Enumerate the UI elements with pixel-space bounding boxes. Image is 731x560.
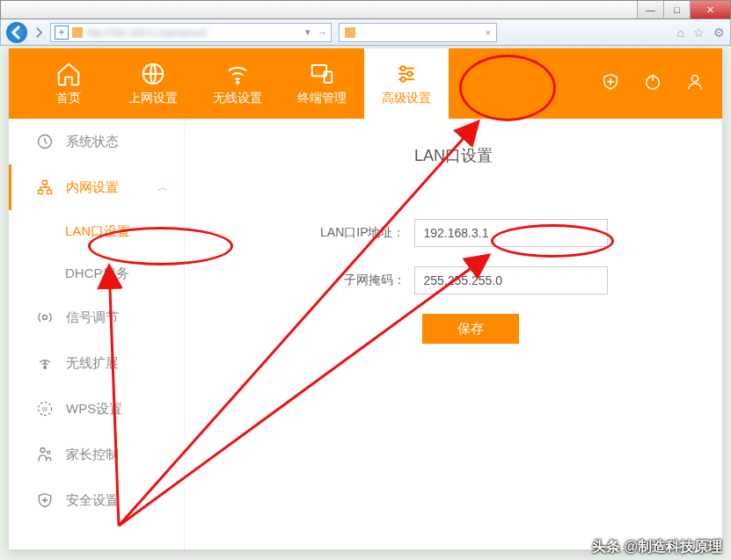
nav-wireless[interactable]: 无线设置 [195,48,280,119]
nav-wireless-label: 无线设置 [213,91,262,106]
sidebar-subitem-dhcp[interactable]: DHCP服务 [9,252,184,295]
chevron-up-icon: ︿ [157,180,168,195]
mask-label: 子网掩码： [300,273,414,288]
content-title: LAN口设置 [220,145,687,166]
nav-right-icons [601,72,705,95]
svg-point-4 [401,66,406,70]
sidebar-item-parental[interactable]: 家长控制 [9,432,184,477]
router-body: 系统状态 内网设置 ︿ LAN口设置 DHCP服务 信号调节 无线扩展 [9,119,722,549]
sidebar-item-label: 内网设置 [66,179,119,196]
sidebar-item-status[interactable]: 系统状态 [9,119,184,164]
sidebar-item-wds[interactable]: 无线扩展 [9,340,184,386]
router-window: 首页 上网设置 无线设置 终端管理 高级设置 系统状态 [9,48,722,549]
content-panel: LAN口设置 LAN口IP地址： 子网掩码： 保存 [185,119,722,549]
mask-input[interactable] [414,266,608,295]
shield-icon[interactable] [601,72,620,95]
tools-icon[interactable]: ⚙ [713,25,725,40]
window-titlebar: — □ ✕ [0,0,731,19]
svg-rect-11 [39,190,43,193]
svg-text:W: W [42,406,48,412]
sidebar-item-label: 信号调节 [66,309,119,326]
nav-terminal[interactable]: 终端管理 [280,48,364,119]
nav-internet-label: 上网设置 [128,91,178,106]
top-nav: 首页 上网设置 无线设置 终端管理 高级设置 [9,48,722,119]
sidebar-item-label: WPS设置 [66,401,122,418]
sidebar-subitem-label: DHCP服务 [65,265,129,282]
window-minimize-button[interactable]: — [637,1,663,18]
save-button[interactable]: 保存 [422,314,519,344]
form-row-ip: LAN口IP地址： [220,219,687,247]
favicon-icon [72,27,83,38]
nav-terminal-label: 终端管理 [297,91,347,106]
svg-point-5 [407,72,412,76]
svg-point-17 [40,448,45,453]
nav-advanced[interactable]: 高级设置 [364,48,449,119]
favorites-icon[interactable]: ☆ [693,25,705,40]
sidebar-item-label: 安全设置 [66,492,119,509]
svg-point-13 [43,316,48,320]
window-close-button[interactable]: ✕ [690,1,730,18]
sidebar-subitem-lanport[interactable]: LAN口设置 [9,210,184,252]
home-icon[interactable]: ⌂ [677,25,684,40]
address-bar[interactable]: + http://192.168.3.1/advanced ▾ → [50,23,332,42]
svg-point-18 [48,451,50,454]
ip-input[interactable] [414,219,608,247]
svg-point-1 [237,82,239,84]
go-icon[interactable]: → [318,27,327,38]
window-maximize-button[interactable]: □ [663,1,690,18]
sidebar-item-wps[interactable]: W WPS设置 [9,386,184,432]
nav-home[interactable]: 首页 [26,48,111,119]
nav-advanced-label: 高级设置 [382,91,431,106]
sidebar: 系统状态 内网设置 ︿ LAN口设置 DHCP服务 信号调节 无线扩展 [9,119,185,549]
watermark-text: 头条 @制造科技原理 [592,538,722,556]
plus-icon: + [55,25,69,40]
sidebar-item-label: 家长控制 [66,447,119,463]
svg-rect-3 [325,72,333,84]
user-icon[interactable] [685,72,705,95]
svg-rect-10 [43,181,48,185]
svg-rect-12 [48,190,52,193]
sidebar-subitem-label: LAN口设置 [65,223,130,240]
dropdown-icon[interactable]: ▾ [305,26,311,38]
browser-toolbar: + http://192.168.3.1/advanced ▾ → × ⌂ ☆ … [0,19,731,46]
sidebar-item-label: 无线扩展 [66,355,119,372]
back-button[interactable] [6,22,27,43]
browser-tab[interactable]: × [339,23,497,42]
svg-point-6 [401,77,406,82]
nav-home-label: 首页 [56,91,81,106]
sidebar-item-security[interactable]: 安全设置 [9,477,184,523]
forward-button[interactable] [31,25,47,40]
nav-internet[interactable]: 上网设置 [111,48,195,119]
ip-label: LAN口IP地址： [300,225,414,241]
svg-point-8 [691,76,698,82]
tab-favicon-icon [345,27,355,38]
sidebar-item-signal[interactable]: 信号调节 [9,295,184,340]
sidebar-item-label: 系统状态 [66,134,119,150]
address-text: http://192.168.3.1/advanced [86,27,206,38]
sidebar-item-lan[interactable]: 内网设置 ︿ [9,164,184,210]
tab-close-button[interactable]: × [486,27,491,38]
power-icon[interactable] [643,72,662,95]
form-row-mask: 子网掩码： [220,266,687,295]
browser-chrome-icons: ⌂ ☆ ⚙ [677,25,725,40]
